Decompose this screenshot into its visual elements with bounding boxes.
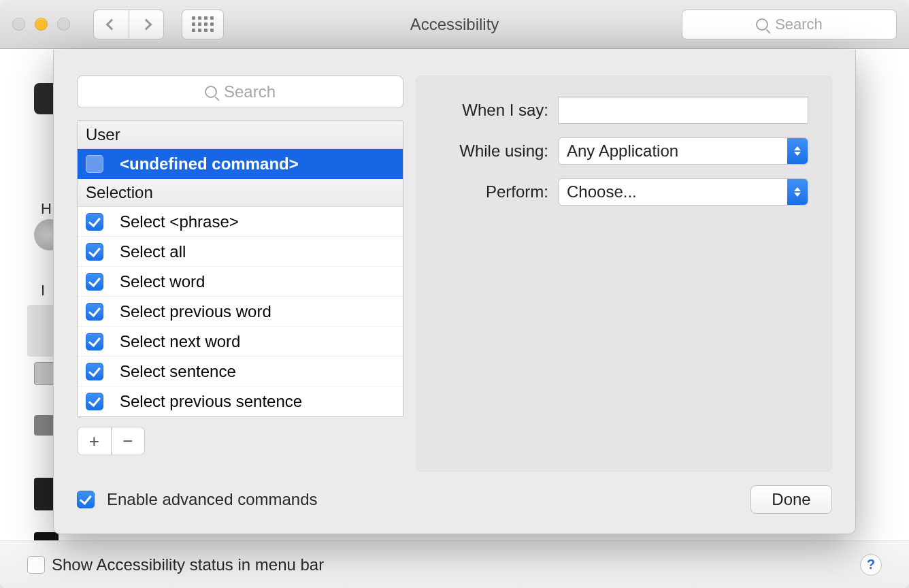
search-icon (756, 18, 768, 31)
help-button[interactable]: ? (860, 554, 882, 576)
right-panel: When I say: While using: Any Application… (416, 76, 832, 472)
left-panel: Search User <undefined command> Selectio… (77, 76, 403, 455)
group-header-user: User (78, 121, 403, 149)
accessibility-window: Accessibility Search H I Show Accessibil… (0, 0, 909, 588)
sidebar-letter-h: H (41, 200, 52, 218)
item-checkbox[interactable] (86, 363, 103, 380)
nav-group (93, 10, 164, 39)
while-popup[interactable]: Any Application (558, 137, 808, 165)
item-checkbox[interactable] (86, 155, 103, 173)
item-label: Select previous sentence (120, 392, 302, 411)
command-list[interactable]: User <undefined command> Selection Selec… (77, 120, 403, 417)
sidebar-letter-i: I (41, 282, 45, 299)
show-all-button[interactable] (182, 10, 224, 39)
enable-advanced-checkbox[interactable] (77, 491, 95, 508)
updown-icon (787, 138, 808, 164)
list-item[interactable]: Select <phrase> (78, 207, 403, 237)
show-status-label: Show Accessibility status in menu bar (52, 555, 324, 574)
sheet-search-field[interactable]: Search (77, 76, 403, 108)
when-label: When I say: (440, 101, 558, 120)
toolbar-search[interactable]: Search (682, 10, 897, 39)
item-label: Select all (120, 242, 186, 261)
form-row-when: When I say: (440, 97, 808, 124)
perform-label: Perform: (440, 182, 558, 201)
item-label: Select sentence (120, 362, 236, 381)
forward-button[interactable] (129, 10, 164, 39)
item-label: Select previous word (120, 302, 271, 321)
grid-icon (192, 16, 214, 32)
item-label: Select <phrase> (120, 212, 239, 231)
chevron-left-icon (105, 18, 117, 30)
list-item[interactable]: Select sentence (78, 357, 403, 387)
perform-popup[interactable]: Choose... (558, 178, 808, 206)
item-checkbox[interactable] (86, 333, 103, 350)
zoom-window-icon[interactable] (57, 18, 70, 31)
show-status-checkbox[interactable] (27, 556, 45, 574)
item-checkbox[interactable] (86, 303, 103, 321)
sheet-search-placeholder: Search (224, 82, 276, 101)
toolbar-search-placeholder: Search (775, 16, 823, 33)
bottom-bar: Show Accessibility status in menu bar ? (0, 540, 909, 588)
form-row-while: While using: Any Application (440, 137, 808, 165)
item-checkbox[interactable] (86, 243, 103, 261)
minimize-window-icon[interactable] (35, 18, 48, 31)
item-label: Select word (120, 272, 205, 291)
add-button[interactable]: + (78, 427, 112, 455)
item-checkbox[interactable] (86, 273, 103, 291)
list-item[interactable]: Select all (78, 237, 403, 267)
back-button[interactable] (93, 10, 129, 39)
traffic-lights (12, 18, 70, 31)
done-button[interactable]: Done (750, 485, 832, 514)
list-item[interactable]: Select next word (78, 327, 403, 357)
help-icon: ? (867, 557, 875, 572)
list-item[interactable]: Select previous sentence (78, 387, 403, 416)
item-checkbox[interactable] (86, 213, 103, 231)
while-popup-text: Any Application (559, 138, 787, 164)
close-window-icon[interactable] (12, 18, 25, 31)
group-header-selection: Selection (78, 179, 403, 207)
updown-icon (787, 179, 808, 205)
sheet-footer: Enable advanced commands Done (54, 485, 855, 534)
titlebar: Accessibility Search (0, 0, 909, 49)
commands-sheet: Search User <undefined command> Selectio… (53, 50, 856, 534)
when-input[interactable] (558, 97, 808, 124)
list-item[interactable]: Select word (78, 267, 403, 297)
enable-advanced-label: Enable advanced commands (107, 490, 318, 509)
perform-popup-text: Choose... (559, 179, 787, 205)
item-label: Select next word (120, 332, 240, 351)
form-row-perform: Perform: Choose... (440, 178, 808, 206)
item-checkbox[interactable] (86, 393, 103, 410)
add-remove-group: + − (77, 427, 145, 455)
search-icon (205, 86, 217, 98)
item-label: <undefined command> (120, 154, 299, 174)
chevron-right-icon (141, 18, 152, 30)
sheet-body: Search User <undefined command> Selectio… (54, 50, 855, 485)
list-item[interactable]: <undefined command> (78, 149, 403, 179)
remove-button[interactable]: − (112, 427, 145, 455)
list-item[interactable]: Select previous word (78, 297, 403, 327)
while-label: While using: (440, 142, 558, 161)
